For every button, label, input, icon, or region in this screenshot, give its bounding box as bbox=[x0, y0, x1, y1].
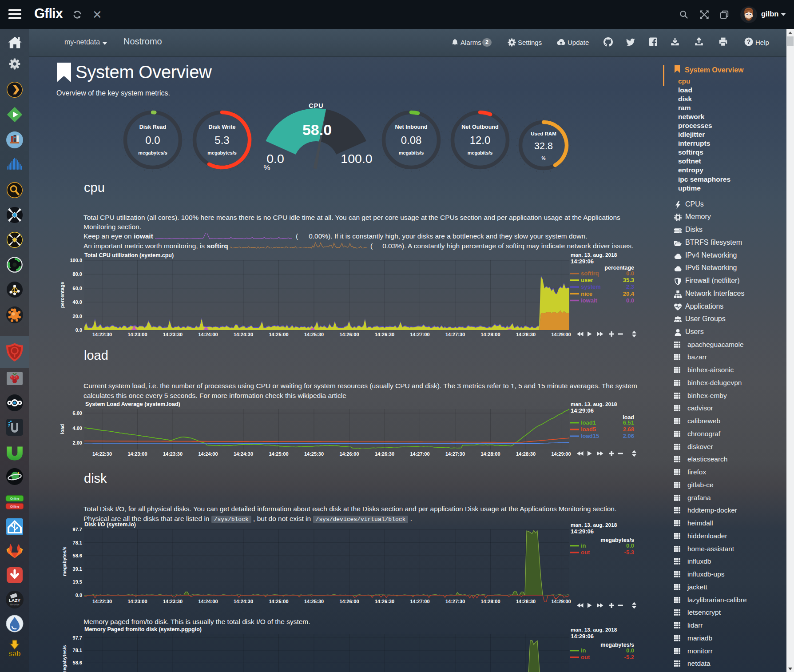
svg-text:14:27:30: 14:27:30 bbox=[445, 599, 465, 604]
svg-text:in: in bbox=[581, 647, 586, 654]
svg-text:14:28:00: 14:28:00 bbox=[480, 599, 500, 604]
svg-text:14:29:06: 14:29:06 bbox=[571, 528, 594, 535]
svg-text:14:29:00: 14:29:00 bbox=[551, 599, 571, 604]
svg-text:load15: load15 bbox=[581, 433, 599, 439]
svg-text:14:23:30: 14:23:30 bbox=[163, 332, 183, 337]
svg-text:80.0: 80.0 bbox=[73, 271, 82, 277]
svg-text:14:24:30: 14:24:30 bbox=[234, 332, 253, 337]
svg-text:out: out bbox=[581, 549, 590, 556]
svg-text:2.06: 2.06 bbox=[623, 433, 634, 439]
svg-text:14:25:00: 14:25:00 bbox=[269, 332, 288, 337]
svg-text:39.1: 39.1 bbox=[73, 566, 82, 572]
svg-text:?: ? bbox=[747, 38, 751, 45]
svg-text:78.1: 78.1 bbox=[73, 648, 82, 653]
svg-text:14:26:00: 14:26:00 bbox=[339, 451, 359, 457]
svg-text:0.0: 0.0 bbox=[626, 270, 634, 277]
svg-text:2.3: 2.3 bbox=[626, 283, 634, 290]
svg-text:14:26:30: 14:26:30 bbox=[375, 451, 394, 457]
svg-text:system: system bbox=[581, 283, 601, 290]
svg-text:58.6: 58.6 bbox=[73, 660, 82, 665]
svg-text:out: out bbox=[581, 654, 590, 660]
svg-text:78.1: 78.1 bbox=[73, 540, 82, 545]
svg-text:14:29:06: 14:29:06 bbox=[571, 407, 594, 414]
svg-text:14:29:00: 14:29:00 bbox=[551, 332, 571, 337]
svg-text:6.51: 6.51 bbox=[623, 419, 634, 426]
svg-text:2.00: 2.00 bbox=[73, 440, 82, 445]
svg-text:14:26:30: 14:26:30 bbox=[375, 599, 394, 604]
svg-text:in: in bbox=[581, 542, 586, 549]
svg-text:14:28:30: 14:28:30 bbox=[516, 599, 536, 604]
svg-text:softirq: softirq bbox=[581, 270, 599, 277]
svg-text:user: user bbox=[581, 277, 593, 283]
svg-text:iowait: iowait bbox=[581, 297, 598, 304]
svg-text:14:25:00: 14:25:00 bbox=[269, 599, 288, 604]
svg-text:14:27:00: 14:27:00 bbox=[410, 599, 429, 604]
svg-text:14:29:00: 14:29:00 bbox=[551, 451, 571, 457]
svg-text:14:28:00: 14:28:00 bbox=[480, 332, 500, 337]
svg-text:14:23:00: 14:23:00 bbox=[127, 599, 147, 604]
svg-text:14:25:00: 14:25:00 bbox=[269, 451, 288, 457]
svg-text:97.7: 97.7 bbox=[73, 635, 82, 640]
svg-text:14:23:30: 14:23:30 bbox=[163, 451, 183, 457]
svg-text:-5.3: -5.3 bbox=[624, 549, 634, 556]
svg-text:14:25:30: 14:25:30 bbox=[304, 599, 324, 604]
svg-text:4.00: 4.00 bbox=[73, 425, 82, 431]
svg-text:man. 13. aug. 2018: man. 13. aug. 2018 bbox=[571, 522, 617, 528]
svg-text:2.68: 2.68 bbox=[623, 426, 634, 433]
svg-text:60.0: 60.0 bbox=[73, 286, 82, 291]
svg-text:14:24:30: 14:24:30 bbox=[234, 451, 253, 457]
svg-text:load1: load1 bbox=[581, 419, 596, 426]
svg-text:14:28:30: 14:28:30 bbox=[516, 451, 536, 457]
svg-text:14:28:00: 14:28:00 bbox=[480, 451, 500, 457]
svg-text:14:24:00: 14:24:00 bbox=[198, 332, 218, 337]
svg-text:14:27:30: 14:27:30 bbox=[445, 332, 465, 337]
svg-text:20.0: 20.0 bbox=[73, 314, 82, 319]
svg-text:14:28:30: 14:28:30 bbox=[516, 332, 536, 337]
svg-text:14:26:00: 14:26:00 bbox=[339, 332, 359, 337]
svg-text:14:29:06: 14:29:06 bbox=[571, 258, 594, 265]
svg-text:19.5: 19.5 bbox=[73, 579, 82, 585]
svg-text:0.0: 0.0 bbox=[626, 542, 634, 549]
svg-text:0.0: 0.0 bbox=[75, 327, 82, 333]
svg-text:14:24:30: 14:24:30 bbox=[234, 599, 253, 604]
svg-text:14:29:06: 14:29:06 bbox=[571, 633, 594, 640]
svg-text:14:23:30: 14:23:30 bbox=[163, 599, 183, 604]
svg-text:14:23:00: 14:23:00 bbox=[127, 332, 147, 337]
svg-text:14:25:30: 14:25:30 bbox=[304, 332, 324, 337]
svg-text:-5.2: -5.2 bbox=[624, 654, 634, 660]
svg-text:0.0: 0.0 bbox=[75, 592, 82, 598]
svg-text:40.0: 40.0 bbox=[73, 299, 82, 305]
svg-text:0.0: 0.0 bbox=[626, 647, 634, 654]
svg-text:man. 13. aug. 2018: man. 13. aug. 2018 bbox=[571, 627, 617, 633]
svg-text:14:22:30: 14:22:30 bbox=[92, 451, 112, 457]
svg-text:14:27:00: 14:27:00 bbox=[410, 332, 429, 337]
svg-text:14:23:00: 14:23:00 bbox=[127, 451, 147, 457]
svg-text:14:27:30: 14:27:30 bbox=[445, 451, 465, 457]
svg-text:0.0: 0.0 bbox=[626, 297, 634, 304]
svg-text:35.3: 35.3 bbox=[623, 277, 634, 283]
svg-text:58.6: 58.6 bbox=[73, 553, 82, 558]
svg-text:14:27:00: 14:27:00 bbox=[410, 451, 429, 457]
svg-text:14:22:30: 14:22:30 bbox=[92, 599, 112, 604]
svg-text:man. 13. aug. 2018: man. 13. aug. 2018 bbox=[571, 401, 617, 407]
svg-text:100.0: 100.0 bbox=[70, 258, 82, 263]
svg-text:14:26:30: 14:26:30 bbox=[375, 332, 394, 337]
svg-text:20.4: 20.4 bbox=[623, 290, 635, 297]
svg-text:14:24:00: 14:24:00 bbox=[198, 599, 218, 604]
svg-text:14:24:00: 14:24:00 bbox=[198, 451, 218, 457]
svg-text:6.00: 6.00 bbox=[73, 410, 82, 416]
svg-text:97.7: 97.7 bbox=[73, 527, 82, 532]
svg-text:14:25:30: 14:25:30 bbox=[304, 451, 324, 457]
svg-text:load5: load5 bbox=[581, 426, 596, 433]
svg-text:14:26:00: 14:26:00 bbox=[339, 599, 359, 604]
svg-text:man. 13. aug. 2018: man. 13. aug. 2018 bbox=[571, 252, 617, 258]
svg-text:14:22:30: 14:22:30 bbox=[92, 332, 112, 337]
svg-text:nice: nice bbox=[581, 290, 592, 297]
